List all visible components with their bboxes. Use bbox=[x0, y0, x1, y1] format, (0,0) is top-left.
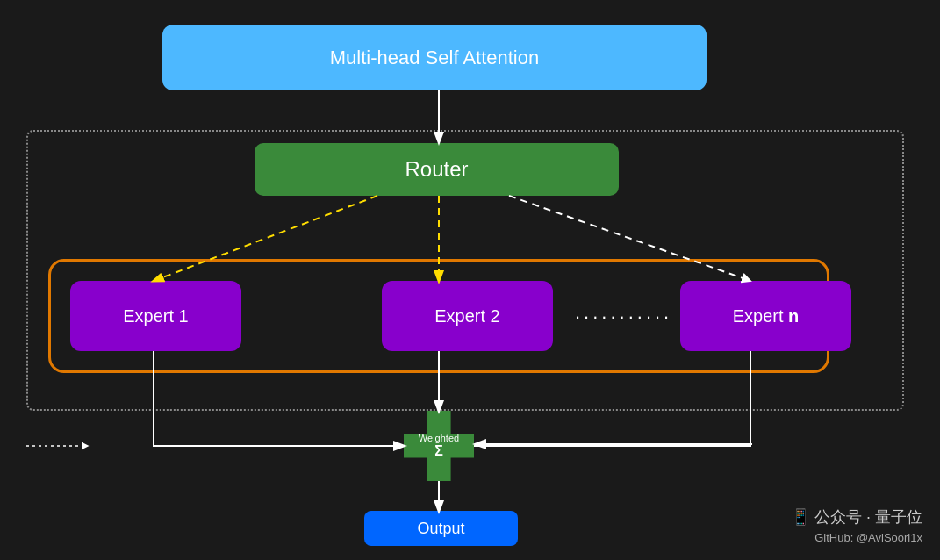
wechat-text: 公众号 · 量子位 bbox=[814, 508, 922, 526]
mhsa-label: Multi-head Self Attention bbox=[330, 47, 539, 69]
mhsa-box: Multi-head Self Attention bbox=[162, 25, 707, 90]
watermark: 📱 公众号 · 量子位 GitHub: @AviSoori1x bbox=[791, 506, 922, 544]
expert1-box: Expert 1 bbox=[70, 281, 241, 351]
expert1-label: Expert 1 bbox=[123, 306, 188, 327]
expert2-label: Expert 2 bbox=[434, 306, 499, 327]
ellipsis: ··········· bbox=[575, 305, 672, 328]
weighted-sum-box: Weighted Σ bbox=[404, 411, 474, 481]
router-label: Router bbox=[405, 157, 468, 182]
router-box: Router bbox=[255, 143, 619, 196]
github-label: GitHub: @AviSoori1x bbox=[791, 531, 922, 544]
output-label: Output bbox=[417, 520, 464, 538]
weighted-label: Weighted Σ bbox=[419, 433, 459, 459]
wechat-icon: 📱 bbox=[791, 508, 814, 526]
wechat-label: 📱 公众号 · 量子位 bbox=[791, 506, 922, 528]
expert2-box: Expert 2 bbox=[382, 281, 553, 351]
expertn-box: Expert n bbox=[680, 281, 851, 351]
diagram-container: Multi-head Self Attention Router Expert … bbox=[0, 0, 940, 560]
expertn-label: Expert n bbox=[733, 306, 800, 327]
output-box: Output bbox=[364, 511, 518, 546]
